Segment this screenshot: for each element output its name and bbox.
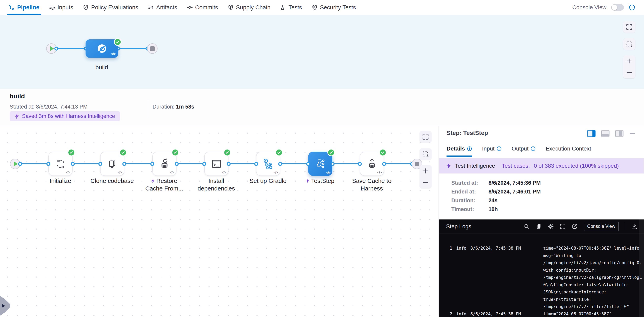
stage-node-build[interactable]: </> xyxy=(86,40,118,58)
play-icon xyxy=(14,162,18,166)
port xyxy=(150,162,154,166)
duration-label: Duration: xyxy=(152,104,174,110)
log-line: 2info8/6/2024, 7:45:38 PM time="2024-08-… xyxy=(450,310,639,317)
console-view-button[interactable]: Console View xyxy=(584,222,619,231)
tab-input[interactable]: Input xyxy=(482,146,502,156)
sync-icon xyxy=(54,158,66,170)
log-time: 8/6/2024, 7:45:38 PM xyxy=(470,312,521,316)
tab-supply-chain[interactable]: Supply Chain xyxy=(228,0,271,15)
test-intelligence-icon xyxy=(314,158,327,170)
success-badge xyxy=(224,149,231,156)
started-value: 8/6/2024, 7:44:13 PM xyxy=(36,104,88,110)
zoom-controls xyxy=(420,165,432,188)
layout-float-icon[interactable] xyxy=(615,130,624,137)
yaml-code-icon: </> xyxy=(170,170,174,174)
step-logs-section: Step Logs Console View 1info8/6/2024, 7:… xyxy=(439,220,644,317)
search-icon[interactable] xyxy=(524,224,530,230)
fullscreen-icon[interactable] xyxy=(560,224,566,230)
tab-security-tests[interactable]: Security Tests xyxy=(312,0,356,15)
layout-bottom-icon[interactable] xyxy=(601,130,610,137)
minimize-icon[interactable] xyxy=(629,133,635,134)
tab-label: Artifacts xyxy=(156,4,177,11)
step-label[interactable]: Save Cache to Harness xyxy=(338,177,406,192)
info-icon[interactable] xyxy=(629,4,635,10)
panel-layout-controls xyxy=(587,130,635,137)
info-icon xyxy=(467,146,472,151)
log-line-number: 1 xyxy=(450,246,452,251)
test-intelligence-banner[interactable]: Test Intelligence Test cases: 0 of 383 e… xyxy=(439,158,644,174)
edge xyxy=(124,163,152,164)
tab-label: Policy Evaluations xyxy=(91,4,138,11)
nav-right-controls: Console View xyxy=(572,4,635,10)
copy-icon[interactable] xyxy=(536,224,542,230)
pipeline-icon xyxy=(9,4,15,10)
detail-row: Timeout:10h xyxy=(451,206,474,212)
layout-split-right-icon[interactable] xyxy=(587,130,596,137)
tab-inputs[interactable]: Inputs xyxy=(49,0,73,15)
stage-graph-canvas: </> build xyxy=(0,15,644,89)
step-logs-title: Step Logs xyxy=(446,223,471,230)
savings-text: Saved 3m 8s with Harness Intelligence xyxy=(22,113,115,119)
tab-label: Inputs xyxy=(57,4,73,11)
pipeline-execution-page: Pipeline Inputs Policy Evaluations Artif… xyxy=(0,0,644,317)
port xyxy=(18,162,22,166)
ti-title: Test Intelligence xyxy=(455,163,495,169)
log-line-number: 2 xyxy=(450,312,452,316)
console-view-toggle[interactable] xyxy=(611,4,624,10)
yaml-code-icon: </> xyxy=(111,52,116,56)
port xyxy=(306,162,310,166)
zoom-in-icon[interactable] xyxy=(420,165,432,177)
stage-label[interactable]: build xyxy=(68,64,136,71)
tab-execution-context[interactable]: Execution Context xyxy=(546,146,591,156)
fullscreen-icon[interactable] xyxy=(623,21,635,33)
cache-save-icon xyxy=(366,158,378,170)
tab-artifacts[interactable]: Artifacts xyxy=(148,0,177,15)
success-badge xyxy=(172,149,179,156)
detail-row: Ended at:8/6/2024, 7:46:01 PM xyxy=(451,189,476,195)
success-badge xyxy=(275,149,283,156)
expand-drawer-handle[interactable] xyxy=(0,296,10,316)
marquee-select-icon[interactable] xyxy=(420,148,432,160)
chevron-right-icon xyxy=(2,304,5,308)
repo-clone-icon xyxy=(106,158,118,170)
external-link-icon[interactable] xyxy=(572,224,578,230)
marquee-select-icon[interactable] xyxy=(623,38,635,50)
ti-cases-label: Test cases: xyxy=(502,163,530,169)
tab-details[interactable]: Details xyxy=(446,146,472,157)
zoom-controls xyxy=(623,55,635,78)
logs-body[interactable]: 1info8/6/2024, 7:45:38 PM time="2024-08-… xyxy=(450,245,639,317)
tab-label: Commits xyxy=(195,4,218,11)
port xyxy=(254,162,258,166)
tab-output[interactable]: Output xyxy=(512,146,536,156)
tab-commits[interactable]: Commits xyxy=(187,0,218,15)
yaml-code-icon: </> xyxy=(222,170,226,174)
stop-icon xyxy=(415,162,419,166)
success-badge xyxy=(379,149,386,156)
logs-scrollbar-gutter[interactable] xyxy=(639,220,644,317)
zoom-out-icon[interactable] xyxy=(420,177,432,188)
harness-intelligence-badge[interactable]: Saved 3m 8s with Harness Intelligence xyxy=(10,111,120,121)
log-message: time="2024-08-07T00:45:38Z" xyxy=(543,310,639,317)
edge xyxy=(177,163,204,164)
stage-meta: Started at: 8/6/2024, 7:44:13 PM Duratio… xyxy=(10,104,194,110)
log-level: info xyxy=(456,246,466,251)
graph-end-node xyxy=(147,43,158,54)
success-badge xyxy=(119,149,127,156)
zoom-in-icon[interactable] xyxy=(623,55,635,67)
step-details-panel: Step: TestStep Details Input xyxy=(439,126,644,317)
top-nav: Pipeline Inputs Policy Evaluations Artif… xyxy=(0,0,644,15)
lightning-icon xyxy=(306,178,310,183)
zoom-out-icon[interactable] xyxy=(623,67,635,78)
ti-cases-value: 0 of 383 executed (100% skipped) xyxy=(534,163,619,169)
fullscreen-icon[interactable] xyxy=(420,131,432,142)
download-icon[interactable] xyxy=(631,224,637,230)
tab-pipeline[interactable]: Pipeline xyxy=(9,0,40,15)
tab-tests[interactable]: Tests xyxy=(280,0,302,15)
success-badge xyxy=(114,38,122,46)
tab-policy-evaluations[interactable]: Policy Evaluations xyxy=(83,0,138,15)
port xyxy=(330,162,334,166)
started-label: Started at: xyxy=(10,104,34,110)
gear-icon[interactable] xyxy=(548,224,554,230)
edge xyxy=(280,163,308,164)
cache-restore-icon xyxy=(158,158,170,170)
